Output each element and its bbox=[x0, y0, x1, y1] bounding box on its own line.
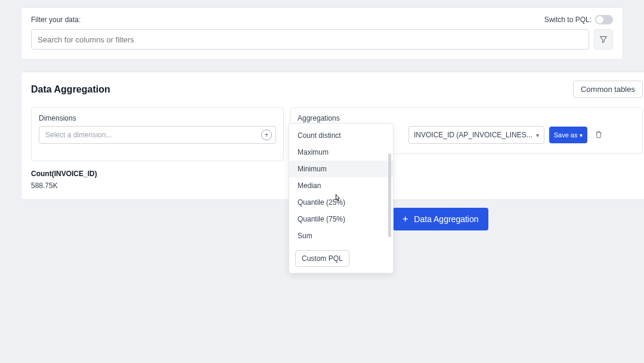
pql-switch-label: Switch to PQL: bbox=[544, 16, 592, 24]
data-aggregation-label: Data Aggregation bbox=[414, 214, 478, 224]
data-aggregation-button[interactable]: + Data Aggregation bbox=[393, 208, 488, 230]
aggregations-label: Aggregations bbox=[298, 114, 635, 122]
save-as-label: Save as bbox=[554, 131, 578, 139]
dropdown-scrollbar[interactable] bbox=[388, 153, 391, 237]
dropdown-item-sum[interactable]: Sum bbox=[289, 227, 393, 244]
aggregation-dropdown: Count distinct Maximum Minimum Median Qu… bbox=[289, 123, 394, 273]
dimension-placeholder: Select a dimension... bbox=[45, 131, 112, 139]
pql-switch-container: Switch to PQL: bbox=[544, 15, 613, 24]
dropdown-item-quantile-25[interactable]: Quantile (25%) bbox=[289, 194, 393, 211]
custom-pql-button[interactable]: Custom PQL bbox=[295, 250, 349, 267]
delete-button[interactable] bbox=[592, 128, 605, 143]
dropdown-item-minimum[interactable]: Minimum bbox=[289, 161, 393, 177]
filter-bar: Filter your data: Switch to PQL: bbox=[21, 7, 623, 60]
field-select[interactable]: INVOICE_ID (AP_INVOICE_LINES... ▾ bbox=[408, 126, 544, 144]
dropdown-item-quantile-75[interactable]: Quantile (75%) bbox=[289, 211, 393, 227]
dimension-select[interactable]: Select a dimension... + bbox=[39, 126, 276, 144]
trash-icon bbox=[595, 130, 603, 139]
dropdown-item-count-distinct[interactable]: Count distinct bbox=[289, 127, 393, 144]
dropdown-item-maximum[interactable]: Maximum bbox=[289, 144, 393, 161]
common-tables-button[interactable]: Common tables bbox=[573, 81, 643, 98]
chevron-down-icon: ▾ bbox=[536, 132, 539, 139]
dimensions-box: Dimensions Select a dimension... + bbox=[31, 107, 284, 161]
plus-icon: + bbox=[261, 130, 272, 140]
filter-label: Filter your data: bbox=[31, 16, 80, 24]
dropdown-item-median[interactable]: Median bbox=[289, 177, 393, 194]
save-as-button[interactable]: Save as ▾ bbox=[549, 127, 588, 143]
funnel-icon bbox=[599, 35, 608, 44]
dimensions-label: Dimensions bbox=[39, 114, 276, 122]
filter-icon-button[interactable] bbox=[594, 29, 613, 50]
pql-toggle[interactable] bbox=[595, 15, 613, 24]
aggregation-header: Data Aggregation Common tables bbox=[31, 81, 643, 98]
aggregation-title: Data Aggregation bbox=[31, 84, 110, 95]
chevron-down-icon: ▾ bbox=[580, 132, 583, 139]
search-input[interactable] bbox=[31, 29, 589, 50]
plus-icon: + bbox=[402, 214, 408, 224]
filter-row bbox=[31, 29, 613, 50]
field-select-value: INVOICE_ID (AP_INVOICE_LINES... bbox=[414, 131, 532, 139]
filter-header: Filter your data: Switch to PQL: bbox=[31, 15, 613, 24]
